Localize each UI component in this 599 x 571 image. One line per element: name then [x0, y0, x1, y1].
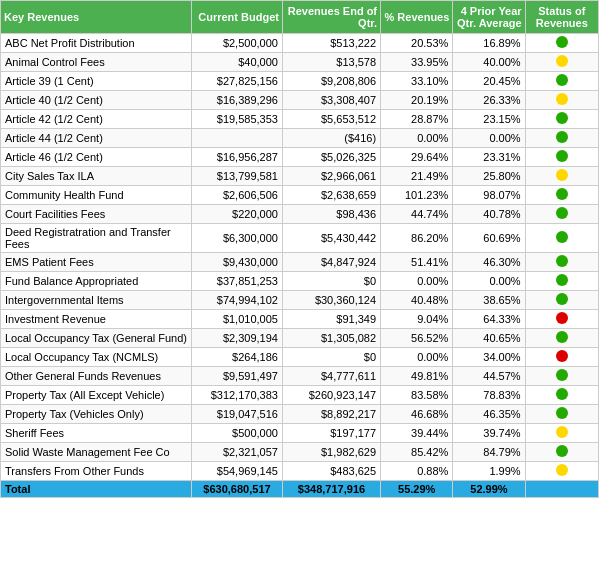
row-rev: $4,777,611 — [282, 367, 380, 386]
row-pct: 44.74% — [381, 205, 453, 224]
row-prior: 38.65% — [453, 291, 525, 310]
row-prior: 23.31% — [453, 148, 525, 167]
row-rev: $483,625 — [282, 462, 380, 481]
row-status — [525, 53, 598, 72]
status-dot — [556, 407, 568, 419]
table-row: Investment Revenue $1,010,005 $91,349 9.… — [1, 310, 599, 329]
status-dot — [556, 131, 568, 143]
row-pct: 49.81% — [381, 367, 453, 386]
header-revenues-end-qtr: Revenues End of Qtr. — [282, 1, 380, 34]
row-rev: $1,305,082 — [282, 329, 380, 348]
row-name: EMS Patient Fees — [1, 253, 192, 272]
status-dot — [556, 150, 568, 162]
row-budget: $9,430,000 — [192, 253, 283, 272]
row-status — [525, 34, 598, 53]
row-pct: 20.53% — [381, 34, 453, 53]
header-key-revenues: Key Revenues — [1, 1, 192, 34]
row-name: Article 40 (1/2 Cent) — [1, 91, 192, 110]
row-name: Sheriff Fees — [1, 424, 192, 443]
table-row: Other General Funds Revenues $9,591,497 … — [1, 367, 599, 386]
status-dot — [556, 55, 568, 67]
table-row: Transfers From Other Funds $54,969,145 $… — [1, 462, 599, 481]
row-name: Other General Funds Revenues — [1, 367, 192, 386]
status-dot — [556, 36, 568, 48]
row-pct: 86.20% — [381, 224, 453, 253]
row-pct: 39.44% — [381, 424, 453, 443]
row-pct: 21.49% — [381, 167, 453, 186]
row-prior: 46.35% — [453, 405, 525, 424]
row-name: Local Occupancy Tax (General Fund) — [1, 329, 192, 348]
table-row: City Sales Tax ILA $13,799,581 $2,966,06… — [1, 167, 599, 186]
row-pct: 33.95% — [381, 53, 453, 72]
row-status — [525, 367, 598, 386]
row-rev: $30,360,124 — [282, 291, 380, 310]
row-prior: 0.00% — [453, 129, 525, 148]
row-status — [525, 272, 598, 291]
row-rev: $0 — [282, 272, 380, 291]
status-dot — [556, 188, 568, 200]
table-row: Article 44 (1/2 Cent) ($416) 0.00% 0.00% — [1, 129, 599, 148]
row-budget: $19,585,353 — [192, 110, 283, 129]
row-budget: $312,170,383 — [192, 386, 283, 405]
row-rev: $5,026,325 — [282, 148, 380, 167]
row-pct: 0.88% — [381, 462, 453, 481]
row-prior: 60.69% — [453, 224, 525, 253]
row-status — [525, 205, 598, 224]
total-rev: $348,717,916 — [282, 481, 380, 498]
row-rev: $98,436 — [282, 205, 380, 224]
row-pct: 85.42% — [381, 443, 453, 462]
row-prior: 20.45% — [453, 72, 525, 91]
row-budget: $37,851,253 — [192, 272, 283, 291]
header-pct-revenues: % Revenues — [381, 1, 453, 34]
row-rev: $0 — [282, 348, 380, 367]
row-status — [525, 329, 598, 348]
row-rev: $9,208,806 — [282, 72, 380, 91]
table-row: Intergovernmental Items $74,994,102 $30,… — [1, 291, 599, 310]
row-pct: 83.58% — [381, 386, 453, 405]
row-name: Court Facilities Fees — [1, 205, 192, 224]
table-row: Local Occupancy Tax (General Fund) $2,30… — [1, 329, 599, 348]
row-budget: $40,000 — [192, 53, 283, 72]
row-budget: $2,606,506 — [192, 186, 283, 205]
status-dot — [556, 312, 568, 324]
table-row: Local Occupancy Tax (NCMLS) $264,186 $0 … — [1, 348, 599, 367]
status-dot — [556, 331, 568, 343]
row-name: Property Tax (All Except Vehicle) — [1, 386, 192, 405]
row-pct: 20.19% — [381, 91, 453, 110]
table-row: Court Facilities Fees $220,000 $98,436 4… — [1, 205, 599, 224]
table-row: Fund Balance Appropriated $37,851,253 $0… — [1, 272, 599, 291]
row-name: Animal Control Fees — [1, 53, 192, 72]
status-dot — [556, 255, 568, 267]
table-row: Property Tax (All Except Vehicle) $312,1… — [1, 386, 599, 405]
row-prior: 1.99% — [453, 462, 525, 481]
row-rev: $8,892,217 — [282, 405, 380, 424]
row-name: Article 44 (1/2 Cent) — [1, 129, 192, 148]
row-prior: 84.79% — [453, 443, 525, 462]
row-status — [525, 386, 598, 405]
total-row: Total $630,680,517 $348,717,916 55.29% 5… — [1, 481, 599, 498]
header-current-budget: Current Budget — [192, 1, 283, 34]
revenue-table: Key Revenues Current Budget Revenues End… — [0, 0, 599, 498]
row-prior: 44.57% — [453, 367, 525, 386]
row-prior: 34.00% — [453, 348, 525, 367]
status-dot — [556, 445, 568, 457]
total-pct: 55.29% — [381, 481, 453, 498]
row-pct: 101.23% — [381, 186, 453, 205]
table-row: Article 42 (1/2 Cent) $19,585,353 $5,653… — [1, 110, 599, 129]
table-row: Article 46 (1/2 Cent) $16,956,287 $5,026… — [1, 148, 599, 167]
row-prior: 23.15% — [453, 110, 525, 129]
row-rev: $260,923,147 — [282, 386, 380, 405]
row-pct: 51.41% — [381, 253, 453, 272]
row-status — [525, 424, 598, 443]
row-budget: $27,825,156 — [192, 72, 283, 91]
row-pct: 0.00% — [381, 348, 453, 367]
row-name: Solid Waste Management Fee Co — [1, 443, 192, 462]
total-status — [525, 481, 598, 498]
row-budget: $16,956,287 — [192, 148, 283, 167]
row-name: Fund Balance Appropriated — [1, 272, 192, 291]
row-status — [525, 291, 598, 310]
status-dot — [556, 388, 568, 400]
header-status: Status of Revenues — [525, 1, 598, 34]
row-prior: 0.00% — [453, 272, 525, 291]
row-name: Article 46 (1/2 Cent) — [1, 148, 192, 167]
